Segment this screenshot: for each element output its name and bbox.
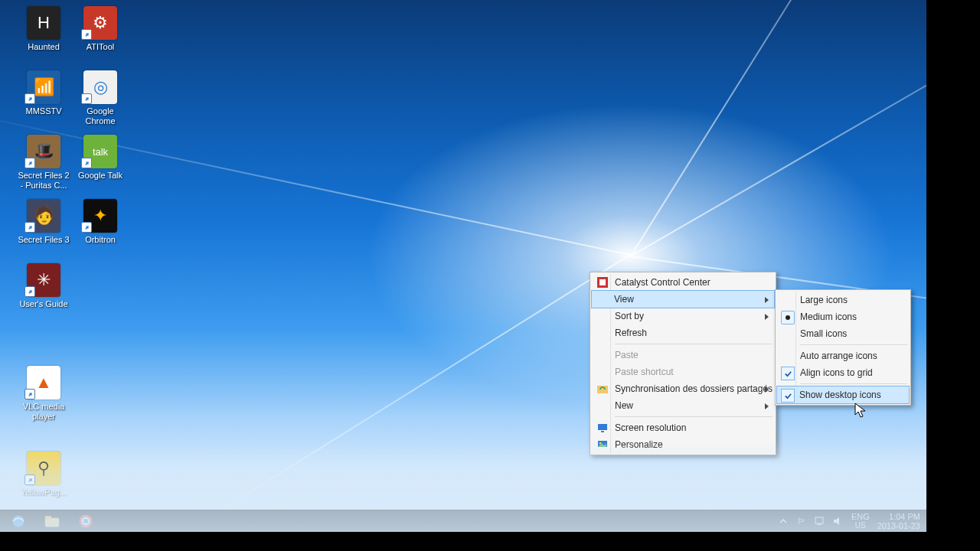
- desktop-icon-label: VLC media player: [17, 402, 70, 422]
- haunted-icon: H: [27, 6, 60, 40]
- menu-item-label: Synchronisation des dossiers partagés: [615, 383, 773, 394]
- menu-item-label: Align icons to grid: [800, 367, 873, 378]
- desktop-icon-haunted[interactable]: HHaunted: [17, 6, 70, 52]
- desktop-icon-label: Google Talk: [74, 171, 127, 181]
- personalize-icon: [596, 439, 609, 451]
- ctx-item-separator: [615, 344, 773, 344]
- menu-item-label: Paste: [615, 350, 639, 360]
- view-submenu[interactable]: Large iconsMedium iconsSmall iconsAuto a…: [775, 289, 911, 406]
- shortcut-arrow-icon: [81, 158, 92, 168]
- sync-icon: [596, 383, 609, 395]
- taskbar[interactable]: 🏳 ENG US 1:04 PM 2013-01-23: [0, 510, 926, 532]
- menu-item-label: Auto arrange icons: [800, 350, 877, 361]
- tray-volume-icon[interactable]: [833, 516, 844, 527]
- menu-item-label: Personalize: [615, 439, 663, 450]
- desktop-icon-label: Secret Files 3: [17, 235, 70, 245]
- view-item-autoarrange[interactable]: Auto arrange icons: [777, 347, 909, 364]
- tray-action-center-icon[interactable]: 🏳: [796, 516, 807, 527]
- sunray: [630, 0, 926, 256]
- view-item-medium[interactable]: Medium icons: [777, 308, 909, 325]
- tray-clock[interactable]: 1:04 PM 2013-01-23: [877, 512, 920, 530]
- svg-rect-4: [601, 431, 604, 432]
- tray-language[interactable]: ENG US: [851, 513, 870, 530]
- ctx-item-sortby[interactable]: Sort by: [592, 308, 774, 324]
- checkmark-icon: [781, 367, 795, 380]
- screen-icon: [596, 422, 609, 434]
- menu-item-label: View: [614, 294, 634, 305]
- svg-rect-8: [45, 518, 59, 527]
- svg-rect-1: [599, 279, 606, 285]
- submenu-arrow-icon: [763, 402, 769, 412]
- menu-item-label: Screen resolution: [615, 422, 686, 433]
- ctx-item-ccc[interactable]: Catalyst Control Center: [592, 274, 774, 291]
- taskbar-pinned-explorer-icon[interactable]: [38, 512, 66, 530]
- menu-item-label: New: [615, 400, 633, 411]
- submenu-arrow-icon: [763, 385, 769, 396]
- desktop-icon-label: Google Chrome: [74, 106, 127, 126]
- shortcut-arrow-icon: [81, 222, 92, 233]
- shortcut-arrow-icon: [24, 474, 35, 485]
- menu-item-label: Catalyst Control Center: [615, 277, 710, 288]
- shortcut-arrow-icon: [81, 29, 92, 40]
- menu-item-label: Sort by: [615, 311, 644, 321]
- ctx-item-screenres[interactable]: Screen resolution: [592, 419, 774, 436]
- desktop-icon-vlc[interactable]: ▲VLC media player: [17, 366, 70, 422]
- menu-item-label: Large icons: [800, 295, 848, 305]
- desktop-context-menu[interactable]: Catalyst Control CenterViewSort byRefres…: [590, 272, 776, 455]
- svg-rect-9: [45, 516, 51, 519]
- desktop-icon-secretfiles3[interactable]: 🧑Secret Files 3: [17, 199, 70, 245]
- svg-rect-13: [815, 517, 823, 523]
- ctx-item-refresh[interactable]: Refresh: [592, 324, 774, 341]
- desktop-icon-label: YellowPag...: [17, 487, 70, 497]
- view-item-separator: [800, 383, 907, 384]
- menu-item-label: Paste shortcut: [615, 367, 674, 377]
- desktop-icon-mmsstv[interactable]: 📶MMSSTV: [17, 70, 70, 116]
- tray-chevron-up-icon[interactable]: [778, 516, 789, 527]
- taskbar-pinned-chrome-icon[interactable]: [72, 512, 100, 530]
- submenu-arrow-icon: [763, 295, 769, 306]
- shortcut-arrow-icon: [24, 93, 35, 104]
- desktop-icon-secretfiles2[interactable]: 🎩Secret Files 2 - Puritas C...: [17, 135, 70, 191]
- sunray: [630, 0, 926, 256]
- desktop-icon-label: Haunted: [17, 42, 70, 52]
- svg-point-6: [599, 442, 602, 445]
- view-item-showicons[interactable]: Show desktop icons: [776, 386, 910, 404]
- taskbar-pinned-ie-icon[interactable]: [5, 512, 32, 530]
- menu-item-label: Show desktop icons: [799, 390, 881, 400]
- desktop-icon-orbitron[interactable]: ✦Orbitron: [74, 199, 127, 245]
- language-secondary: US: [851, 521, 870, 530]
- ctx-item-sync[interactable]: Synchronisation des dossiers partagés: [592, 380, 774, 397]
- desktop-icon-label: Orbitron: [74, 235, 127, 245]
- view-item-large[interactable]: Large icons: [777, 292, 909, 308]
- shortcut-arrow-icon: [81, 93, 92, 104]
- checkmark-icon: [781, 389, 795, 403]
- desktop-icon-label: ATITool: [74, 42, 127, 52]
- view-item-aligngrid[interactable]: Align icons to grid: [777, 364, 909, 381]
- ctx-item-paste: Paste: [592, 347, 774, 364]
- ctx-item-pastesc: Paste shortcut: [592, 364, 774, 380]
- desktop-icon-label: MMSSTV: [17, 106, 70, 116]
- clock-date: 2013-01-23: [877, 521, 920, 530]
- ctx-item-new[interactable]: New: [592, 397, 774, 414]
- view-item-small[interactable]: Small icons: [777, 325, 909, 342]
- sunray: [44, 254, 629, 532]
- desktop-icon-label: User's Guide: [17, 299, 70, 309]
- ctx-item-view[interactable]: View: [591, 290, 775, 308]
- radio-dot-icon: [781, 311, 795, 324]
- ctx-item-personalize[interactable]: Personalize: [592, 436, 774, 453]
- desktop-icon-chrome[interactable]: ◎Google Chrome: [74, 70, 127, 126]
- desktop-icon-yellowpages[interactable]: ⚲YellowPag...: [17, 452, 70, 497]
- menu-item-label: Refresh: [615, 328, 647, 338]
- desktop-icon-gtalk[interactable]: talkGoogle Talk: [74, 135, 127, 181]
- desktop-icon-atitool[interactable]: ⚙ATITool: [74, 6, 127, 52]
- submenu-arrow-icon: [763, 312, 769, 323]
- desktop[interactable]: HHaunted⚙ATITool📶MMSSTV◎Google Chrome🎩Se…: [0, 0, 926, 532]
- language-primary: ENG: [851, 513, 870, 521]
- shortcut-arrow-icon: [24, 286, 35, 297]
- svg-rect-3: [598, 424, 607, 430]
- desktop-icon-usersguide[interactable]: ✳User's Guide: [17, 263, 70, 309]
- clock-time: 1:04 PM: [877, 512, 920, 521]
- menu-item-label: Medium icons: [800, 311, 857, 322]
- tray-network-icon[interactable]: [815, 516, 825, 527]
- view-item-separator: [800, 344, 907, 345]
